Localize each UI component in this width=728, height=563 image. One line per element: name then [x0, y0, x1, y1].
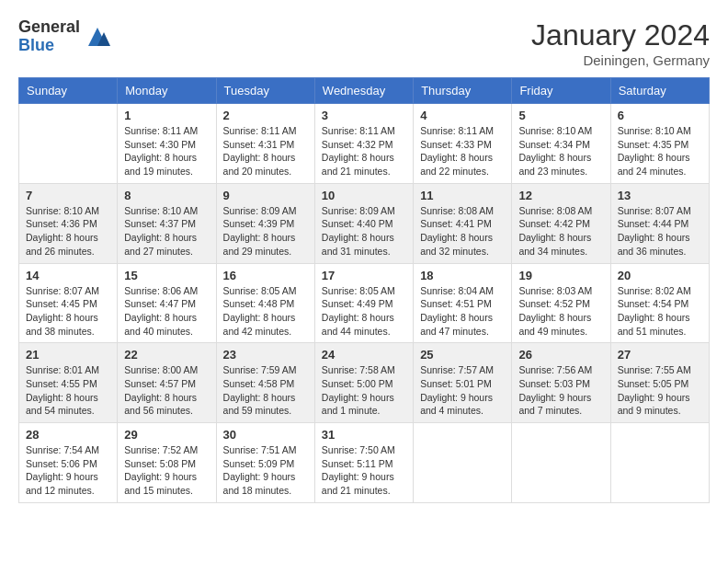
day-info: Sunrise: 7:50 AM Sunset: 5:11 PM Dayligh… — [322, 443, 406, 498]
day-number: 5 — [518, 109, 603, 122]
day-info: Sunrise: 8:05 AM Sunset: 4:49 PM Dayligh… — [322, 284, 406, 339]
day-number: 7 — [26, 189, 110, 202]
day-info: Sunrise: 8:02 AM Sunset: 4:54 PM Dayligh… — [618, 284, 702, 339]
day-number: 31 — [322, 428, 406, 442]
day-info: Sunrise: 8:04 AM Sunset: 4:51 PM Dayligh… — [420, 284, 505, 339]
day-number: 25 — [420, 348, 505, 362]
day-cell: 12Sunrise: 8:08 AM Sunset: 4:42 PM Dayli… — [512, 183, 610, 263]
day-cell — [512, 423, 610, 503]
week-row-2: 7Sunrise: 8:10 AM Sunset: 4:36 PM Daylig… — [19, 183, 710, 263]
day-number: 15 — [124, 269, 209, 282]
day-info: Sunrise: 8:10 AM Sunset: 4:34 PM Dayligh… — [518, 124, 603, 178]
day-number: 29 — [124, 428, 209, 442]
day-number: 8 — [124, 189, 209, 202]
day-cell: 4Sunrise: 8:11 AM Sunset: 4:33 PM Daylig… — [414, 104, 512, 184]
week-row-4: 21Sunrise: 8:01 AM Sunset: 4:55 PM Dayli… — [19, 343, 710, 423]
day-info: Sunrise: 7:52 AM Sunset: 5:08 PM Dayligh… — [124, 443, 209, 498]
day-number: 19 — [518, 269, 603, 282]
day-cell: 10Sunrise: 8:09 AM Sunset: 4:40 PM Dayli… — [314, 183, 413, 263]
day-number: 28 — [26, 428, 110, 442]
day-number: 10 — [322, 189, 406, 202]
weekday-header-sunday: Sunday — [19, 78, 118, 104]
day-number: 12 — [518, 189, 603, 202]
day-info: Sunrise: 8:01 AM Sunset: 4:55 PM Dayligh… — [26, 363, 110, 418]
day-info: Sunrise: 8:10 AM Sunset: 4:35 PM Dayligh… — [618, 124, 702, 178]
day-cell: 21Sunrise: 8:01 AM Sunset: 4:55 PM Dayli… — [19, 343, 118, 423]
day-cell: 1Sunrise: 8:11 AM Sunset: 4:30 PM Daylig… — [118, 104, 216, 184]
day-cell — [414, 423, 512, 503]
day-info: Sunrise: 8:10 AM Sunset: 4:36 PM Dayligh… — [26, 204, 110, 259]
day-number: 26 — [518, 348, 603, 362]
weekday-header-saturday: Saturday — [610, 78, 709, 104]
day-number: 18 — [420, 269, 505, 282]
day-number: 2 — [223, 109, 308, 122]
day-number: 24 — [322, 348, 406, 362]
day-cell: 29Sunrise: 7:52 AM Sunset: 5:08 PM Dayli… — [118, 423, 216, 503]
logo-general: General — [18, 18, 80, 37]
day-info: Sunrise: 8:08 AM Sunset: 4:42 PM Dayligh… — [518, 204, 603, 259]
day-cell: 16Sunrise: 8:05 AM Sunset: 4:48 PM Dayli… — [216, 263, 314, 343]
month-title: January 2024 — [531, 18, 710, 52]
day-number: 6 — [618, 109, 702, 122]
weekday-header-row: SundayMondayTuesdayWednesdayThursdayFrid… — [19, 78, 710, 104]
day-cell: 22Sunrise: 8:00 AM Sunset: 4:57 PM Dayli… — [118, 343, 216, 423]
day-number: 17 — [322, 269, 406, 282]
day-cell: 11Sunrise: 8:08 AM Sunset: 4:41 PM Dayli… — [414, 183, 512, 263]
day-cell: 27Sunrise: 7:55 AM Sunset: 5:05 PM Dayli… — [610, 343, 709, 423]
day-info: Sunrise: 8:07 AM Sunset: 4:44 PM Dayligh… — [618, 204, 702, 259]
day-info: Sunrise: 8:11 AM Sunset: 4:30 PM Dayligh… — [124, 124, 209, 178]
day-number: 14 — [26, 269, 110, 282]
day-number: 16 — [223, 269, 308, 282]
day-cell — [19, 104, 118, 184]
day-cell — [610, 423, 709, 503]
day-number: 13 — [618, 189, 702, 202]
day-number: 9 — [223, 189, 308, 202]
day-cell: 8Sunrise: 8:10 AM Sunset: 4:37 PM Daylig… — [118, 183, 216, 263]
title-section: January 2024 Deiningen, Germany — [531, 18, 710, 68]
day-info: Sunrise: 7:55 AM Sunset: 5:05 PM Dayligh… — [618, 363, 702, 418]
location: Deiningen, Germany — [531, 52, 710, 68]
day-number: 22 — [124, 348, 209, 362]
day-info: Sunrise: 8:11 AM Sunset: 4:31 PM Dayligh… — [223, 124, 308, 178]
day-number: 3 — [322, 109, 406, 122]
weekday-header-friday: Friday — [512, 78, 610, 104]
day-number: 27 — [618, 348, 702, 362]
day-info: Sunrise: 7:54 AM Sunset: 5:06 PM Dayligh… — [26, 443, 110, 498]
week-row-1: 1Sunrise: 8:11 AM Sunset: 4:30 PM Daylig… — [19, 104, 710, 184]
day-cell: 26Sunrise: 7:56 AM Sunset: 5:03 PM Dayli… — [512, 343, 610, 423]
day-info: Sunrise: 8:08 AM Sunset: 4:41 PM Dayligh… — [420, 204, 505, 259]
day-number: 30 — [223, 428, 308, 442]
day-cell: 7Sunrise: 8:10 AM Sunset: 4:36 PM Daylig… — [19, 183, 118, 263]
day-cell: 5Sunrise: 8:10 AM Sunset: 4:34 PM Daylig… — [512, 104, 610, 184]
day-info: Sunrise: 8:00 AM Sunset: 4:57 PM Dayligh… — [124, 363, 209, 418]
day-cell: 25Sunrise: 7:57 AM Sunset: 5:01 PM Dayli… — [414, 343, 512, 423]
day-info: Sunrise: 7:57 AM Sunset: 5:01 PM Dayligh… — [420, 363, 505, 418]
weekday-header-thursday: Thursday — [414, 78, 512, 104]
day-info: Sunrise: 7:51 AM Sunset: 5:09 PM Dayligh… — [223, 443, 308, 498]
weekday-header-wednesday: Wednesday — [314, 78, 413, 104]
day-cell: 28Sunrise: 7:54 AM Sunset: 5:06 PM Dayli… — [19, 423, 118, 503]
day-cell: 24Sunrise: 7:58 AM Sunset: 5:00 PM Dayli… — [314, 343, 413, 423]
day-number: 4 — [420, 109, 505, 122]
day-cell: 18Sunrise: 8:04 AM Sunset: 4:51 PM Dayli… — [414, 263, 512, 343]
day-info: Sunrise: 8:11 AM Sunset: 4:33 PM Dayligh… — [420, 124, 505, 178]
weekday-header-monday: Monday — [118, 78, 216, 104]
day-info: Sunrise: 7:58 AM Sunset: 5:00 PM Dayligh… — [322, 363, 406, 418]
day-cell: 20Sunrise: 8:02 AM Sunset: 4:54 PM Dayli… — [610, 263, 709, 343]
day-cell: 15Sunrise: 8:06 AM Sunset: 4:47 PM Dayli… — [118, 263, 216, 343]
day-cell: 3Sunrise: 8:11 AM Sunset: 4:32 PM Daylig… — [314, 104, 413, 184]
day-info: Sunrise: 8:11 AM Sunset: 4:32 PM Dayligh… — [322, 124, 406, 178]
day-info: Sunrise: 8:10 AM Sunset: 4:37 PM Dayligh… — [124, 204, 209, 259]
day-cell: 31Sunrise: 7:50 AM Sunset: 5:11 PM Dayli… — [314, 423, 413, 503]
day-cell: 9Sunrise: 8:09 AM Sunset: 4:39 PM Daylig… — [216, 183, 314, 263]
week-row-3: 14Sunrise: 8:07 AM Sunset: 4:45 PM Dayli… — [19, 263, 710, 343]
page-header: General Blue January 2024 Deiningen, Ger… — [18, 18, 710, 68]
weekday-header-tuesday: Tuesday — [216, 78, 314, 104]
day-info: Sunrise: 8:05 AM Sunset: 4:48 PM Dayligh… — [223, 284, 308, 339]
day-number: 20 — [618, 269, 702, 282]
day-cell: 6Sunrise: 8:10 AM Sunset: 4:35 PM Daylig… — [610, 104, 709, 184]
calendar-table: SundayMondayTuesdayWednesdayThursdayFrid… — [18, 77, 710, 503]
day-info: Sunrise: 7:59 AM Sunset: 4:58 PM Dayligh… — [223, 363, 308, 418]
day-info: Sunrise: 8:09 AM Sunset: 4:40 PM Dayligh… — [322, 204, 406, 259]
day-cell: 23Sunrise: 7:59 AM Sunset: 4:58 PM Dayli… — [216, 343, 314, 423]
